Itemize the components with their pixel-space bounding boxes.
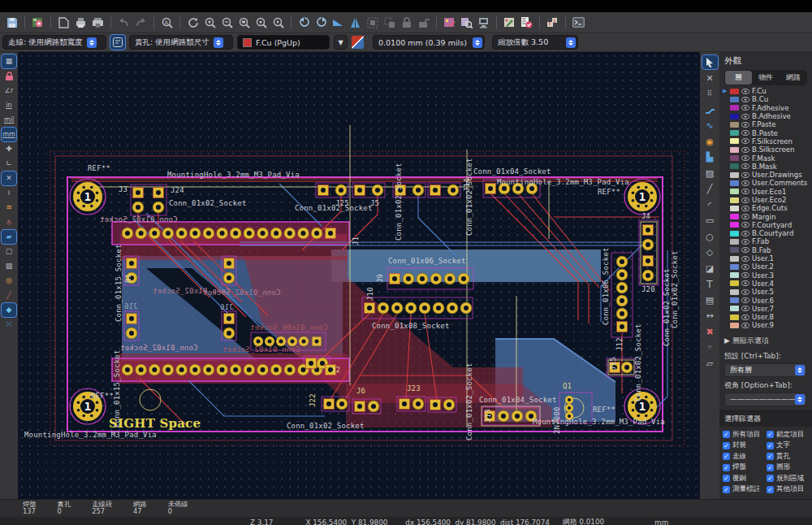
layer-color-swatch[interactable] [730,256,739,262]
visibility-eye-icon[interactable] [741,114,749,119]
update-pcb-icon[interactable] [476,15,491,30]
page-settings-icon[interactable] [56,15,71,30]
viewport-select[interactable]: ————————— [724,393,807,406]
board-setup-icon[interactable] [30,15,45,30]
visibility-eye-icon[interactable] [741,256,749,262]
filter-item[interactable]: ✓圖形 [767,462,809,472]
filter-item[interactable]: ✓鎖定項目 [767,430,809,440]
zone-hatched-icon[interactable]: ▨ [2,259,16,273]
via-size-select[interactable]: 貫孔: 使用網路類尺寸 [129,35,233,50]
zoom-fit-icon[interactable] [236,15,252,30]
ungroup-icon[interactable] [382,15,397,30]
visibility-eye-icon[interactable] [741,122,749,128]
mirror-vertical-icon[interactable] [348,15,363,30]
filter-item[interactable]: ✓所有項目 [723,430,765,440]
layer-row[interactable]: F.Paste [719,120,812,128]
layer-color-swatch[interactable] [730,289,739,295]
layer-row[interactable]: B.Silkscreen [719,145,812,154]
visibility-eye-icon[interactable] [741,97,749,102]
layer-row[interactable]: B.Courtyard [719,229,812,237]
visibility-eye-icon[interactable] [741,89,749,94]
filter-item[interactable]: ✓文字 [767,440,809,450]
visibility-eye-icon[interactable] [741,206,749,211]
layer-color-swatch[interactable] [730,180,739,186]
layer-color-swatch[interactable] [730,222,739,228]
refresh-icon[interactable] [185,15,201,30]
filter-item[interactable]: ✓焊盤 [723,462,765,472]
draw-arc-icon[interactable]: ◜ [702,198,718,212]
filter-item[interactable]: ✓規則區域 [767,474,809,484]
filter-item[interactable]: ✓覆銅 [723,474,765,484]
layer-color-swatch[interactable] [730,189,739,194]
visibility-eye-icon[interactable] [741,172,749,178]
zoom-objects-icon[interactable] [253,15,269,30]
layer-color-swatch[interactable] [730,280,739,286]
layer-row[interactable]: User.9 [719,321,812,329]
layer-row[interactable]: F.Courtyard [719,221,812,229]
layer-row[interactable]: User.5 [719,288,812,296]
select-tool-icon[interactable] [702,55,718,69]
checkbox-checked-icon[interactable]: ✓ [767,486,774,493]
checkbox-checked-icon[interactable]: ✓ [723,486,730,493]
stepper-icon[interactable] [795,365,805,375]
visibility-eye-icon[interactable] [741,280,749,286]
layer-color-swatch[interactable] [730,214,739,219]
layer-row[interactable]: F.Silkscreen [719,137,812,145]
edit-footprints-icon[interactable] [502,15,517,30]
layer-row[interactable]: User.8 [719,313,812,321]
stepper-icon[interactable] [214,37,223,48]
checkbox-checked-icon[interactable]: ✓ [767,464,774,471]
units-inch-icon[interactable]: in [2,98,16,112]
layer-color-swatch[interactable] [730,197,739,203]
layer-color-swatch[interactable] [730,306,739,311]
visibility-eye-icon[interactable] [741,231,749,236]
layer-color-swatch[interactable] [730,138,739,144]
visibility-eye-icon[interactable] [741,105,749,111]
print-icon[interactable] [73,15,89,30]
stepper-icon[interactable] [87,37,97,48]
track-width-select[interactable]: 走線: 使用網路類寬度 [2,35,106,50]
layer-color-swatch[interactable] [730,155,739,161]
layer-row[interactable]: B.Paste [719,128,812,137]
filter-item[interactable]: ✓貫孔 [767,452,809,462]
draw-rectangle-icon[interactable]: ▭ [702,214,718,228]
visibility-eye-icon[interactable] [741,214,749,219]
visibility-eye-icon[interactable] [741,323,749,328]
layer-color-swatch[interactable] [730,130,739,136]
layer-color-swatch[interactable] [730,172,739,178]
layer-row[interactable]: F.Mask [719,154,812,162]
layer-color-swatch[interactable] [730,247,739,253]
layer-color-swatch[interactable] [730,297,739,303]
layer-color-swatch[interactable] [730,97,739,102]
layer-dropdown-button[interactable]: ▼ [334,35,348,50]
unlock-icon[interactable] [416,15,431,30]
track-sketch-icon[interactable]: ╱ [2,289,16,302]
units-mil-icon[interactable]: mil [2,113,16,127]
draw-line-icon[interactable]: ╱ [702,182,718,196]
grid-select[interactable]: 0.0100 mm (0.39 mils) [373,35,485,50]
layer-row[interactable]: User.7 [719,305,812,313]
zone-filled-icon[interactable]: ▰ [2,230,16,244]
footprint-browser-icon[interactable] [459,15,474,30]
layer-row[interactable]: F.Fab [719,237,812,245]
board-stats-icon[interactable] [545,15,560,30]
zoom-out-icon[interactable] [219,15,235,30]
grid-lock-icon[interactable] [2,69,16,83]
plot-icon[interactable] [90,15,106,30]
rotate-ccw-icon[interactable] [296,15,312,30]
layer-color-swatch[interactable] [730,272,739,278]
zoom-in-icon[interactable] [202,15,218,30]
tab-物件[interactable]: 物件 [753,71,780,85]
layer-row[interactable]: B.Adhesive [719,112,812,120]
add-image-icon[interactable]: ◪ [702,262,718,276]
visibility-eye-icon[interactable] [741,197,749,203]
layer-color-swatch[interactable] [730,264,739,270]
checkbox-checked-icon[interactable]: ✓ [723,475,730,482]
units-mm-icon[interactable]: mm [2,128,16,141]
visibility-eye-icon[interactable] [741,264,749,270]
layer-row[interactable]: User.1 [719,254,812,262]
layer-color-swatch[interactable] [730,163,739,169]
polar-coords-icon[interactable]: ∠r [2,84,16,98]
layer-color-swatch[interactable] [730,89,739,94]
draw-polygon-icon[interactable]: ◇ [702,245,718,259]
